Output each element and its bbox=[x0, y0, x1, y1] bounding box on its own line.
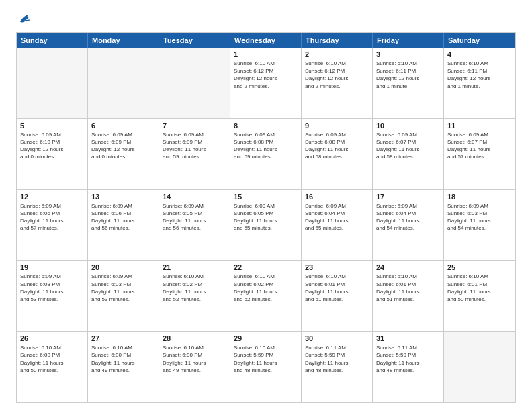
header-day-friday: Friday bbox=[373, 33, 444, 48]
day-info: Sunrise: 6:10 AM Sunset: 6:12 PM Dayligh… bbox=[305, 60, 369, 90]
day-number: 10 bbox=[376, 122, 440, 130]
day-info: Sunrise: 6:11 AM Sunset: 5:59 PM Dayligh… bbox=[376, 344, 440, 374]
day-number: 26 bbox=[20, 334, 84, 342]
cal-cell: 22Sunrise: 6:10 AM Sunset: 6:02 PM Dayli… bbox=[230, 261, 302, 331]
cal-cell: 7Sunrise: 6:09 AM Sunset: 6:09 PM Daylig… bbox=[159, 119, 230, 189]
day-info: Sunrise: 6:10 AM Sunset: 6:02 PM Dayligh… bbox=[163, 273, 226, 303]
logo bbox=[16, 12, 34, 26]
cal-cell: 6Sunrise: 6:09 AM Sunset: 6:09 PM Daylig… bbox=[88, 119, 159, 189]
cal-cell bbox=[17, 48, 88, 118]
cal-cell: 16Sunrise: 6:09 AM Sunset: 6:04 PM Dayli… bbox=[302, 190, 373, 261]
cal-cell: 23Sunrise: 6:10 AM Sunset: 6:01 PM Dayli… bbox=[302, 261, 373, 331]
page: SundayMondayTuesdayWednesdayThursdayFrid… bbox=[0, 0, 532, 411]
cal-cell: 17Sunrise: 6:09 AM Sunset: 6:04 PM Dayli… bbox=[373, 190, 444, 261]
day-number: 20 bbox=[91, 263, 155, 271]
day-number: 8 bbox=[234, 122, 298, 130]
day-info: Sunrise: 6:09 AM Sunset: 6:10 PM Dayligh… bbox=[20, 131, 84, 161]
day-info: Sunrise: 6:09 AM Sunset: 6:07 PM Dayligh… bbox=[447, 131, 512, 161]
day-info: Sunrise: 6:10 AM Sunset: 6:01 PM Dayligh… bbox=[376, 273, 440, 303]
cal-cell: 12Sunrise: 6:09 AM Sunset: 6:06 PM Dayli… bbox=[17, 190, 88, 261]
day-number: 22 bbox=[234, 263, 298, 271]
header bbox=[16, 12, 516, 26]
day-info: Sunrise: 6:10 AM Sunset: 6:01 PM Dayligh… bbox=[447, 273, 512, 303]
day-number: 2 bbox=[305, 50, 369, 58]
week-row-3: 12Sunrise: 6:09 AM Sunset: 6:06 PM Dayli… bbox=[17, 189, 515, 261]
cal-cell: 11Sunrise: 6:09 AM Sunset: 6:07 PM Dayli… bbox=[444, 119, 515, 189]
day-info: Sunrise: 6:09 AM Sunset: 6:07 PM Dayligh… bbox=[376, 131, 440, 161]
cal-cell: 4Sunrise: 6:10 AM Sunset: 6:11 PM Daylig… bbox=[444, 48, 515, 118]
cal-cell: 3Sunrise: 6:10 AM Sunset: 6:11 PM Daylig… bbox=[373, 48, 444, 118]
day-info: Sunrise: 6:10 AM Sunset: 6:00 PM Dayligh… bbox=[91, 344, 155, 374]
day-info: Sunrise: 6:09 AM Sunset: 6:03 PM Dayligh… bbox=[91, 273, 155, 303]
day-info: Sunrise: 6:09 AM Sunset: 6:09 PM Dayligh… bbox=[91, 131, 155, 161]
day-number: 27 bbox=[91, 334, 155, 342]
logo-bird-icon bbox=[17, 12, 34, 26]
cal-cell: 19Sunrise: 6:09 AM Sunset: 6:03 PM Dayli… bbox=[17, 261, 88, 331]
day-info: Sunrise: 6:09 AM Sunset: 6:04 PM Dayligh… bbox=[305, 202, 369, 232]
cal-cell: 21Sunrise: 6:10 AM Sunset: 6:02 PM Dayli… bbox=[159, 261, 230, 331]
cal-cell: 27Sunrise: 6:10 AM Sunset: 6:00 PM Dayli… bbox=[88, 332, 159, 402]
day-number: 3 bbox=[376, 50, 440, 58]
day-info: Sunrise: 6:10 AM Sunset: 6:11 PM Dayligh… bbox=[447, 60, 512, 90]
day-info: Sunrise: 6:10 AM Sunset: 6:00 PM Dayligh… bbox=[163, 344, 226, 374]
cal-cell: 13Sunrise: 6:09 AM Sunset: 6:06 PM Dayli… bbox=[88, 190, 159, 261]
day-info: Sunrise: 6:09 AM Sunset: 6:03 PM Dayligh… bbox=[20, 273, 84, 303]
day-number: 9 bbox=[305, 122, 369, 130]
day-info: Sunrise: 6:11 AM Sunset: 5:59 PM Dayligh… bbox=[305, 344, 369, 374]
cal-cell: 29Sunrise: 6:10 AM Sunset: 5:59 PM Dayli… bbox=[230, 332, 302, 402]
day-number: 18 bbox=[447, 193, 512, 201]
day-number: 13 bbox=[91, 193, 155, 201]
cal-cell: 2Sunrise: 6:10 AM Sunset: 6:12 PM Daylig… bbox=[302, 48, 373, 118]
cal-cell bbox=[88, 48, 159, 118]
day-number: 1 bbox=[234, 50, 298, 58]
day-number: 16 bbox=[305, 193, 369, 201]
week-row-4: 19Sunrise: 6:09 AM Sunset: 6:03 PM Dayli… bbox=[17, 260, 515, 331]
cal-cell bbox=[159, 48, 230, 118]
week-row-1: 1Sunrise: 6:10 AM Sunset: 6:12 PM Daylig… bbox=[17, 48, 515, 118]
day-info: Sunrise: 6:10 AM Sunset: 6:00 PM Dayligh… bbox=[20, 344, 84, 374]
day-number: 15 bbox=[234, 193, 298, 201]
day-info: Sunrise: 6:09 AM Sunset: 6:05 PM Dayligh… bbox=[234, 202, 298, 232]
day-number: 23 bbox=[305, 263, 369, 271]
cal-cell: 18Sunrise: 6:09 AM Sunset: 6:03 PM Dayli… bbox=[444, 190, 515, 261]
cal-cell bbox=[444, 332, 515, 402]
day-info: Sunrise: 6:09 AM Sunset: 6:06 PM Dayligh… bbox=[20, 202, 84, 232]
header-day-sunday: Sunday bbox=[17, 33, 88, 48]
cal-cell: 24Sunrise: 6:10 AM Sunset: 6:01 PM Dayli… bbox=[373, 261, 444, 331]
day-number: 29 bbox=[234, 334, 298, 342]
day-number: 6 bbox=[91, 122, 155, 130]
week-row-2: 5Sunrise: 6:09 AM Sunset: 6:10 PM Daylig… bbox=[17, 118, 515, 189]
cal-cell: 8Sunrise: 6:09 AM Sunset: 6:08 PM Daylig… bbox=[230, 119, 302, 189]
calendar-body: 1Sunrise: 6:10 AM Sunset: 6:12 PM Daylig… bbox=[17, 48, 515, 402]
cal-cell: 9Sunrise: 6:09 AM Sunset: 6:08 PM Daylig… bbox=[302, 119, 373, 189]
week-row-5: 26Sunrise: 6:10 AM Sunset: 6:00 PM Dayli… bbox=[17, 331, 515, 402]
cal-cell: 26Sunrise: 6:10 AM Sunset: 6:00 PM Dayli… bbox=[17, 332, 88, 402]
header-day-tuesday: Tuesday bbox=[159, 33, 230, 48]
day-number: 12 bbox=[20, 193, 84, 201]
cal-cell: 5Sunrise: 6:09 AM Sunset: 6:10 PM Daylig… bbox=[17, 119, 88, 189]
day-number: 17 bbox=[376, 193, 440, 201]
day-info: Sunrise: 6:09 AM Sunset: 6:05 PM Dayligh… bbox=[163, 202, 226, 232]
day-number: 21 bbox=[163, 263, 226, 271]
cal-cell: 25Sunrise: 6:10 AM Sunset: 6:01 PM Dayli… bbox=[444, 261, 515, 331]
day-info: Sunrise: 6:09 AM Sunset: 6:08 PM Dayligh… bbox=[234, 131, 298, 161]
header-day-thursday: Thursday bbox=[302, 33, 373, 48]
header-day-wednesday: Wednesday bbox=[230, 33, 302, 48]
day-number: 11 bbox=[447, 122, 512, 130]
day-info: Sunrise: 6:10 AM Sunset: 6:01 PM Dayligh… bbox=[305, 273, 369, 303]
day-info: Sunrise: 6:10 AM Sunset: 5:59 PM Dayligh… bbox=[234, 344, 298, 374]
day-number: 5 bbox=[20, 122, 84, 130]
day-number: 30 bbox=[305, 334, 369, 342]
day-number: 7 bbox=[163, 122, 226, 130]
day-number: 4 bbox=[447, 50, 512, 58]
cal-cell: 14Sunrise: 6:09 AM Sunset: 6:05 PM Dayli… bbox=[159, 190, 230, 261]
header-day-saturday: Saturday bbox=[444, 33, 515, 48]
cal-cell: 10Sunrise: 6:09 AM Sunset: 6:07 PM Dayli… bbox=[373, 119, 444, 189]
cal-cell: 15Sunrise: 6:09 AM Sunset: 6:05 PM Dayli… bbox=[230, 190, 302, 261]
cal-cell: 31Sunrise: 6:11 AM Sunset: 5:59 PM Dayli… bbox=[373, 332, 444, 402]
day-number: 31 bbox=[376, 334, 440, 342]
calendar-header: SundayMondayTuesdayWednesdayThursdayFrid… bbox=[17, 33, 515, 48]
day-info: Sunrise: 6:09 AM Sunset: 6:09 PM Dayligh… bbox=[163, 131, 226, 161]
day-info: Sunrise: 6:09 AM Sunset: 6:08 PM Dayligh… bbox=[305, 131, 369, 161]
cal-cell: 1Sunrise: 6:10 AM Sunset: 6:12 PM Daylig… bbox=[230, 48, 302, 118]
